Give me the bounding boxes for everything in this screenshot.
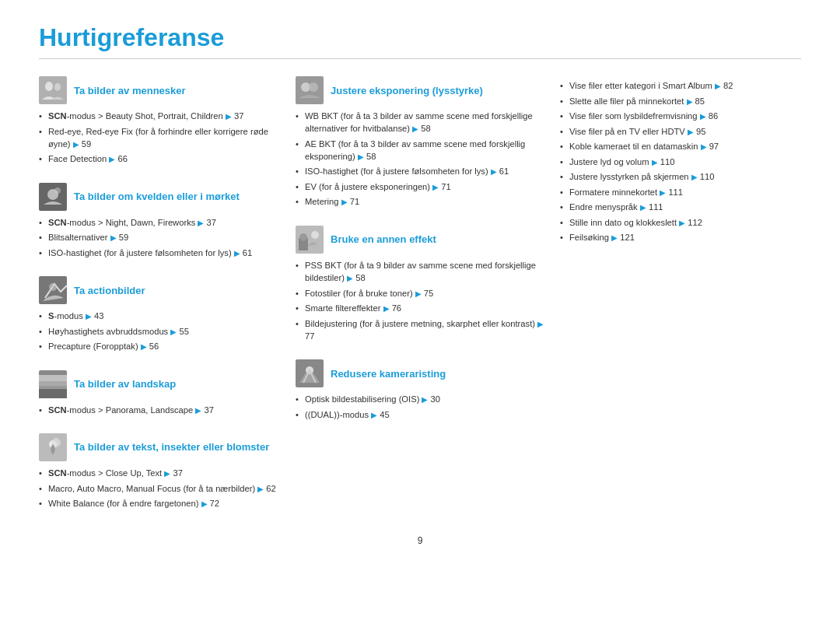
svg-rect-15 (296, 76, 324, 104)
section-people: Ta bilder av mennesker SCN-modus > Beaut… (39, 76, 280, 166)
list-item: Optisk bildestabilisering (OIS) ▶ 30 (296, 393, 544, 406)
list-item: PSS BKT (for å ta 9 bilder av samme scen… (296, 259, 544, 285)
list-item: ((DUAL))-modus ▶ 45 (296, 408, 544, 422)
section-stabilize: Redusere kameraristing Optisk bildestabi… (296, 359, 544, 421)
list-item: EV (for å justere eksponeringen) ▶ 71 (296, 180, 544, 194)
section-action: Ta actionbilder S-modus ▶ 43 Høyhastighe… (39, 276, 280, 353)
section-landscape: Ta bilder av landskap SCN-modus > Panora… (39, 370, 280, 417)
section-exposure-title: Justere eksponering (lysstyrke) (331, 85, 483, 96)
list-item: Face Detection ▶ 66 (39, 152, 280, 166)
list-item: Formatere minnekortet ▶ 111 (560, 186, 801, 199)
svg-point-17 (309, 82, 318, 92)
section-landscape-title: Ta bilder av landskap (74, 378, 176, 390)
section-macro: Ta bilder av tekst, insekter eller bloms… (39, 433, 280, 510)
list-item: SCN-modus > Panorama, Landscape ▶ 37 (39, 404, 280, 417)
section-action-title: Ta actionbilder (74, 285, 145, 296)
list-item: Bildejustering (for å justere metning, s… (296, 317, 544, 343)
svg-point-21 (311, 231, 319, 239)
list-item: S-modus ▶ 43 (39, 310, 280, 323)
list-item: Red-eye, Red-eye Fix (for å forhindre el… (39, 125, 280, 151)
list-item: Vise filer som lysbildefremvisning ▶ 86 (560, 110, 801, 123)
section-stabilize-list: Optisk bildestabilisering (OIS) ▶ 30 ((D… (296, 393, 544, 421)
section-macro-header: Ta bilder av tekst, insekter eller bloms… (39, 433, 280, 461)
page-number: 9 (39, 535, 801, 546)
section-effect: Bruke en annen effekt PSS BKT (for å ta … (296, 226, 544, 342)
svg-point-5 (54, 187, 61, 194)
effect-icon (296, 226, 324, 254)
section-people-title: Ta bilder av mennesker (74, 85, 186, 96)
section-effect-title: Bruke en annen effekt (331, 233, 436, 245)
list-item: Metering ▶ 71 (296, 195, 544, 208)
svg-rect-12 (39, 375, 67, 381)
list-item: Koble kameraet til en datamaskin ▶ 97 (560, 140, 801, 153)
svg-point-2 (54, 83, 61, 91)
title-divider (39, 58, 801, 59)
main-layout: Ta bilder av mennesker SCN-modus > Beaut… (39, 76, 801, 527)
svg-point-20 (299, 233, 307, 241)
list-item: Vise filer på en TV eller HDTV ▶ 95 (560, 125, 801, 138)
list-item: Slette alle filer på minnekortet ▶ 85 (560, 95, 801, 108)
svg-rect-0 (39, 76, 67, 104)
section-people-header: Ta bilder av mennesker (39, 76, 280, 104)
section-stabilize-header: Redusere kameraristing (296, 359, 544, 387)
list-item: Justere lysstyrken på skjermen ▶ 110 (560, 170, 801, 184)
list-item: Justere lyd og volum ▶ 110 (560, 156, 801, 169)
list-item: SCN-modus > Night, Dawn, Fireworks ▶ 37 (39, 216, 280, 229)
right-col-list: Vise filer etter kategori i Smart Album … (560, 79, 801, 244)
list-item: Vise filer etter kategori i Smart Album … (560, 79, 801, 93)
list-item: Høyhastighets avbruddsmodus ▶ 55 (39, 325, 280, 338)
exposure-icon (296, 76, 324, 104)
section-people-list: SCN-modus > Beauty Shot, Portrait, Child… (39, 110, 280, 166)
mid-column: Justere eksponering (lysstyrke) WB BKT (… (280, 76, 544, 527)
list-item: Fotostiler (for å bruke toner) ▶ 75 (296, 287, 544, 300)
section-macro-list: SCN-modus > Close Up, Text ▶ 37 Macro, A… (39, 467, 280, 510)
list-item: SCN-modus > Beauty Shot, Portrait, Child… (39, 110, 280, 123)
section-action-list: S-modus ▶ 43 Høyhastighets avbruddsmodus… (39, 310, 280, 353)
section-dark-header: Ta bilder om kvelden eller i mørket (39, 183, 280, 211)
section-macro-title: Ta bilder av tekst, insekter eller bloms… (74, 440, 269, 454)
section-exposure-header: Justere eksponering (lysstyrke) (296, 76, 544, 104)
right-column: Vise filer etter kategori i Smart Album … (544, 76, 801, 527)
section-exposure: Justere eksponering (lysstyrke) WB BKT (… (296, 76, 544, 208)
section-effect-header: Bruke en annen effekt (296, 226, 544, 254)
list-item: SCN-modus > Close Up, Text ▶ 37 (39, 467, 280, 480)
list-item: White Balance (for å endre fargetonen) ▶… (39, 497, 280, 510)
section-dark: Ta bilder om kvelden eller i mørket SCN-… (39, 183, 280, 260)
stabilize-icon (296, 359, 324, 387)
list-item: Feilsøking ▶ 121 (560, 231, 801, 244)
list-item: Macro, Auto Macro, Manual Focus (for å t… (39, 482, 280, 496)
section-landscape-header: Ta bilder av landskap (39, 370, 280, 398)
list-item: Blitsalternativer ▶ 59 (39, 231, 280, 244)
people-icon (39, 76, 67, 104)
section-effect-list: PSS BKT (for å ta 9 bilder av samme scen… (296, 259, 544, 342)
action-icon (39, 276, 67, 304)
svg-point-1 (45, 82, 53, 91)
list-item: ISO-hastighet (for å justere følsomheten… (296, 165, 544, 178)
landscape-icon (39, 370, 67, 398)
section-landscape-list: SCN-modus > Panorama, Landscape ▶ 37 (39, 404, 280, 417)
flower-icon (39, 433, 67, 461)
section-dark-title: Ta bilder om kvelden eller i mørket (74, 191, 240, 202)
list-item: Smarte filtereffekter ▶ 76 (296, 302, 544, 315)
page-title: Hurtigreferanse (39, 23, 801, 52)
section-stabilize-title: Redusere kameraristing (331, 368, 446, 380)
section-exposure-list: WB BKT (for å ta 3 bilder av samme scene… (296, 110, 544, 208)
list-item: WB BKT (for å ta 3 bilder av samme scene… (296, 110, 544, 135)
section-action-header: Ta actionbilder (39, 276, 280, 304)
section-dark-list: SCN-modus > Night, Dawn, Fireworks ▶ 37 … (39, 216, 280, 260)
list-item: AE BKT (for å ta 3 bilder av samme scene… (296, 138, 544, 163)
svg-point-7 (49, 283, 57, 291)
left-column: Ta bilder av mennesker SCN-modus > Beaut… (39, 76, 280, 527)
list-item: Endre menyspråk ▶ 111 (560, 201, 801, 214)
list-item: ISO-hastighet (for å justere følsomheten… (39, 247, 280, 260)
dark-icon (39, 183, 67, 211)
list-item: Stille inn dato og klokkeslett ▶ 112 (560, 216, 801, 229)
svg-rect-9 (39, 387, 67, 398)
list-item: Precapture (Foropptak) ▶ 56 (39, 340, 280, 353)
